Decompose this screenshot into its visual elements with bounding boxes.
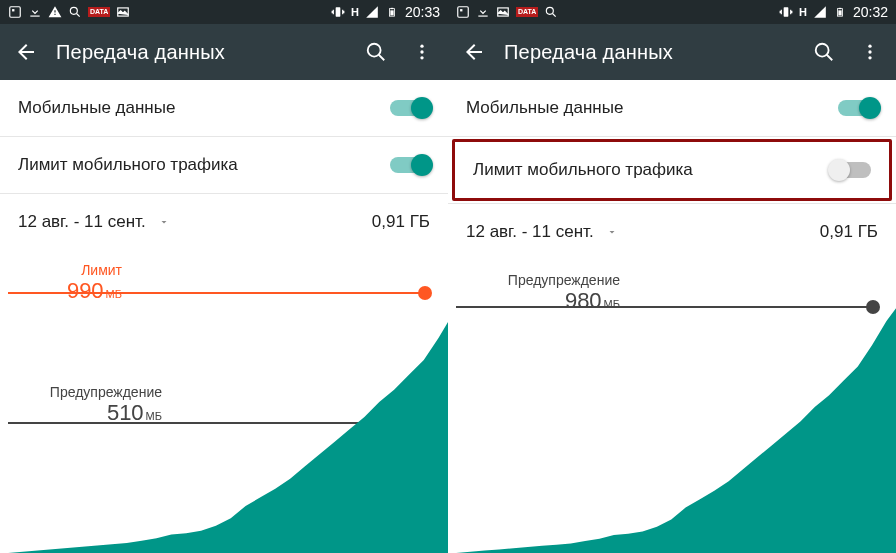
svg-rect-5	[336, 7, 341, 16]
data-badge-icon: DATA	[88, 7, 110, 17]
battery-icon	[385, 5, 399, 19]
svg-rect-19	[784, 7, 789, 16]
more-vert-icon	[412, 42, 432, 62]
period-selector[interactable]: 12 авг. - 11 сент.	[18, 212, 170, 232]
svg-point-26	[868, 56, 871, 59]
usage-area-chart	[456, 266, 896, 553]
vibrate-icon	[779, 5, 793, 19]
mobile-data-row[interactable]: Мобильные данные	[0, 80, 448, 136]
search-button[interactable]	[808, 36, 840, 68]
network-type-label: H	[799, 6, 807, 18]
page-title: Передача данных	[504, 41, 794, 64]
data-limit-label: Лимит мобильного трафика	[473, 160, 693, 180]
svg-rect-8	[390, 10, 393, 15]
status-bar: DATA H 20:32	[448, 0, 896, 24]
period-total: 0,91 ГБ	[820, 222, 878, 242]
app-bar: Передача данных	[0, 24, 448, 80]
data-limit-toggle[interactable]	[390, 157, 430, 173]
mobile-data-row[interactable]: Мобильные данные	[448, 80, 896, 136]
svg-point-23	[816, 44, 829, 57]
period-range: 12 авг. - 11 сент.	[466, 222, 594, 242]
svg-rect-0	[10, 7, 21, 18]
data-limit-label: Лимит мобильного трафика	[18, 155, 238, 175]
data-limit-row[interactable]: Лимит мобильного трафика	[452, 139, 892, 201]
svg-rect-14	[458, 7, 469, 18]
period-range: 12 авг. - 11 сент.	[18, 212, 146, 232]
data-badge-icon: DATA	[516, 7, 538, 17]
status-bar: DATA H 20:33	[0, 0, 448, 24]
mobile-data-toggle[interactable]	[838, 100, 878, 116]
svg-rect-16	[478, 16, 487, 17]
notification-icon	[8, 5, 22, 19]
period-row: 12 авг. - 11 сент. 0,91 ГБ	[0, 194, 448, 236]
svg-rect-7	[391, 8, 394, 9]
network-type-label: H	[351, 6, 359, 18]
app-bar: Передача данных	[448, 24, 896, 80]
svg-rect-1	[12, 9, 14, 11]
svg-point-12	[420, 56, 423, 59]
back-button[interactable]	[458, 36, 490, 68]
svg-rect-15	[460, 9, 462, 11]
period-row: 12 авг. - 11 сент. 0,91 ГБ	[448, 204, 896, 246]
period-total: 0,91 ГБ	[372, 212, 430, 232]
search-icon	[365, 41, 387, 63]
signal-icon	[813, 5, 827, 19]
svg-marker-27	[456, 272, 896, 553]
svg-rect-2	[30, 16, 39, 17]
svg-marker-13	[8, 262, 448, 553]
svg-rect-21	[839, 8, 842, 9]
image-icon	[116, 5, 130, 19]
image-icon	[496, 5, 510, 19]
data-limit-toggle[interactable]	[831, 162, 871, 178]
search-small-icon	[68, 5, 82, 19]
svg-point-9	[368, 44, 381, 57]
svg-point-10	[420, 45, 423, 48]
chevron-down-icon	[606, 226, 618, 238]
status-time: 20:32	[853, 4, 888, 20]
content: Мобильные данные Лимит мобильного трафик…	[0, 80, 448, 553]
svg-point-24	[868, 45, 871, 48]
download-icon	[28, 5, 42, 19]
search-icon	[813, 41, 835, 63]
page-title: Передача данных	[56, 41, 346, 64]
overflow-menu-button[interactable]	[406, 36, 438, 68]
search-button[interactable]	[360, 36, 392, 68]
svg-rect-22	[838, 10, 841, 15]
overflow-menu-button[interactable]	[854, 36, 886, 68]
svg-point-3	[70, 7, 77, 14]
warning-icon	[48, 5, 62, 19]
mobile-data-label: Мобильные данные	[466, 98, 623, 118]
svg-point-11	[420, 50, 423, 53]
chevron-down-icon	[158, 216, 170, 228]
battery-icon	[833, 5, 847, 19]
vibrate-icon	[331, 5, 345, 19]
status-time: 20:33	[405, 4, 440, 20]
screenshot-left: DATA H 20:33 Передача данных Мобильные д…	[0, 0, 448, 553]
signal-icon	[365, 5, 379, 19]
usage-area-chart	[8, 256, 448, 553]
period-selector[interactable]: 12 авг. - 11 сент.	[466, 222, 618, 242]
usage-chart: Предупреждение 980МБ	[448, 266, 896, 553]
content: Мобильные данные Лимит мобильного трафик…	[448, 80, 896, 553]
search-small-icon	[544, 5, 558, 19]
arrow-back-icon	[14, 40, 38, 64]
notification-icon	[456, 5, 470, 19]
mobile-data-label: Мобильные данные	[18, 98, 175, 118]
back-button[interactable]	[10, 36, 42, 68]
arrow-back-icon	[462, 40, 486, 64]
svg-point-18	[547, 7, 554, 14]
download-icon	[476, 5, 490, 19]
mobile-data-toggle[interactable]	[390, 100, 430, 116]
more-vert-icon	[860, 42, 880, 62]
data-limit-row[interactable]: Лимит мобильного трафика	[0, 137, 448, 193]
svg-point-25	[868, 50, 871, 53]
divider	[448, 136, 896, 137]
screenshot-right: DATA H 20:32 Передача данных Мобильные д…	[448, 0, 896, 553]
usage-chart: Лимит 990МБ Предупреждение 510МБ	[0, 256, 448, 553]
